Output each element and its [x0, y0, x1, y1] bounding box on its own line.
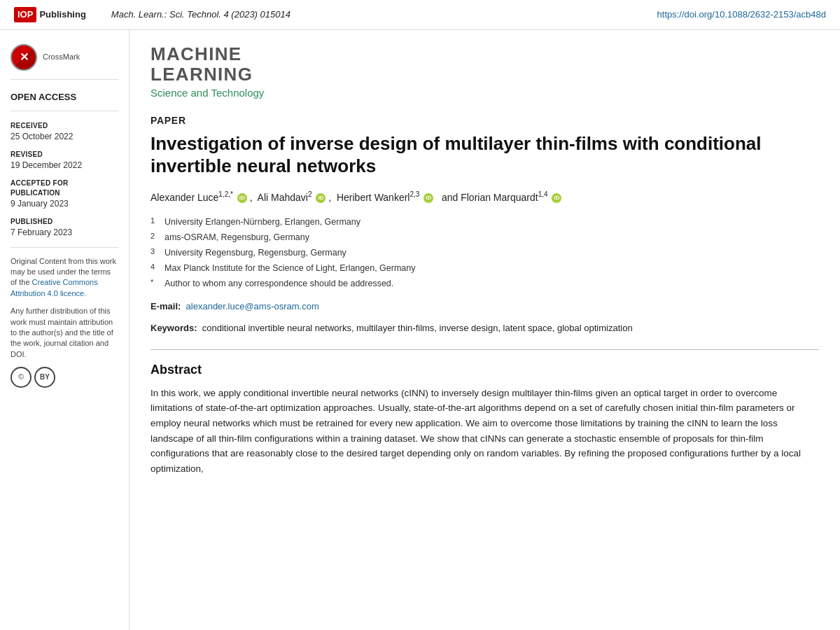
affil-2: 2 ams-OSRAM, Regensburg, Germany	[150, 230, 819, 244]
iop-publishing-label: Publishing	[39, 8, 85, 21]
author-1-orcid: iD	[237, 193, 247, 203]
affil-star-num: *	[150, 276, 160, 290]
affil-4: 4 Max Planck Institute for the Science o…	[150, 261, 819, 275]
revised-value: 19 December 2022	[10, 160, 118, 172]
open-access-badge: OPEN ACCESS	[10, 91, 118, 111]
author-4-orcid: iD	[552, 193, 561, 203]
cc-notice: Original Content from this work may be u…	[10, 256, 118, 300]
sidebar-divider	[10, 247, 118, 248]
email-address[interactable]: alexander.luce@ams-osram.com	[186, 301, 319, 312]
revised-label: REVISED	[10, 150, 118, 160]
by-icon-symbol: BY	[34, 367, 55, 388]
sidebar: ✕ CrossMark OPEN ACCESS RECEIVED 25 Octo…	[0, 30, 130, 630]
iop-logo: IOP Publishing	[14, 7, 86, 22]
received-section: RECEIVED 25 October 2022	[10, 121, 118, 143]
accepted-label: ACCEPTED FOR PUBLICATION	[10, 178, 118, 198]
email-line: E-mail: alexander.luce@ams-osram.com	[150, 300, 819, 313]
received-value: 25 October 2022	[10, 131, 118, 143]
author-3-sup: 2,3	[410, 190, 419, 198]
affil-1-num: 1	[150, 215, 160, 229]
published-label: PUBLISHED	[10, 217, 118, 227]
journal-header: MACHINE LEARNING Science and Technology	[150, 44, 819, 100]
author-2-name: Ali Mahdavi	[258, 192, 308, 203]
abstract-divider-top	[150, 349, 819, 350]
journal-citation: Mach. Learn.: Sci. Technol. 4 (2023) 015…	[111, 8, 290, 21]
keywords-label: Keywords:	[150, 323, 197, 333]
affil-3-num: 3	[150, 246, 160, 260]
received-label: RECEIVED	[10, 121, 118, 131]
content-area: MACHINE LEARNING Science and Technology …	[130, 30, 840, 630]
doi-link[interactable]: https://doi.org/10.1088/2632-2153/acb48d	[657, 8, 826, 21]
published-value: 7 February 2023	[10, 227, 118, 239]
crossmark-label: CrossMark	[43, 52, 80, 62]
journal-subtitle: Science and Technology	[150, 85, 819, 100]
author-1-sup: 1,2,*	[218, 190, 233, 198]
header: IOP Publishing Mach. Learn.: Sci. Techno…	[0, 0, 840, 30]
cc-icon-symbol: ©	[10, 367, 31, 388]
section-label: PAPER	[150, 114, 819, 128]
author-3-orcid: iD	[424, 193, 433, 203]
affil-1-text: University Erlangen-Nürnberg, Erlangen, …	[164, 215, 360, 229]
keywords-line: Keywords: conditional invertible neural …	[150, 321, 819, 335]
author-4-sup: 1,4	[538, 190, 548, 198]
author-3: Heribert Wankerl2,3 iD	[337, 192, 436, 203]
affil-3-text: University Regensburg, Regensburg, Germa…	[164, 246, 346, 260]
authors-line: Alexander Luce1,2,* iD , Ali Mahdavi2 iD…	[150, 189, 819, 205]
accepted-section: ACCEPTED FOR PUBLICATION 9 January 2023	[10, 178, 118, 210]
affil-4-num: 4	[150, 261, 160, 275]
crossmark-area: ✕ CrossMark	[10, 44, 118, 80]
abstract-text: In this work, we apply conditional inver…	[150, 386, 819, 477]
affiliations: 1 University Erlangen-Nürnberg, Erlangen…	[150, 215, 819, 290]
author-3-name: Heribert Wankerl	[337, 192, 410, 203]
affil-4-text: Max Planck Institute for the Science of …	[164, 261, 416, 275]
author-2-sup: 2	[308, 190, 312, 198]
accepted-value: 9 January 2023	[10, 198, 118, 210]
published-section: PUBLISHED 7 February 2023	[10, 217, 118, 239]
author-1: Alexander Luce1,2,* iD	[150, 192, 250, 203]
revised-section: REVISED 19 December 2022	[10, 150, 118, 172]
author-2: Ali Mahdavi2 iD	[258, 192, 329, 203]
affil-2-num: 2	[150, 230, 160, 244]
main-content: ✕ CrossMark OPEN ACCESS RECEIVED 25 Octo…	[0, 30, 840, 630]
author-4: and Florian Marquardt1,4 iD	[442, 192, 562, 203]
affil-2-text: ams-OSRAM, Regensburg, Germany	[164, 230, 309, 244]
iop-box-label: IOP	[14, 7, 36, 22]
keywords-text: conditional invertible neural networks, …	[202, 323, 633, 333]
author-2-orcid: iD	[316, 193, 326, 203]
author-4-name: and Florian Marquardt	[442, 192, 538, 203]
journal-title-line1: MACHINE	[150, 44, 819, 64]
email-label: E-mail:	[150, 301, 181, 312]
journal-title-line2: LEARNING	[150, 64, 819, 85]
affil-3: 3 University Regensburg, Regensburg, Ger…	[150, 246, 819, 260]
header-left: IOP Publishing Mach. Learn.: Sci. Techno…	[14, 7, 290, 22]
abstract-title: Abstract	[150, 361, 819, 379]
cc-attribution-notice: Any further distribution of this work mu…	[10, 306, 118, 360]
affil-star: * Author to whom any correspondence shou…	[150, 276, 819, 290]
cc-icons: © BY	[10, 367, 118, 388]
page: IOP Publishing Mach. Learn.: Sci. Techno…	[0, 0, 840, 630]
affil-1: 1 University Erlangen-Nürnberg, Erlangen…	[150, 215, 819, 229]
article-title: Investigation of inverse design of multi…	[150, 132, 819, 178]
author-1-name: Alexander Luce	[150, 192, 218, 203]
affil-star-text: Author to whom any correspondence should…	[164, 276, 393, 290]
crossmark-icon: ✕	[10, 44, 37, 71]
